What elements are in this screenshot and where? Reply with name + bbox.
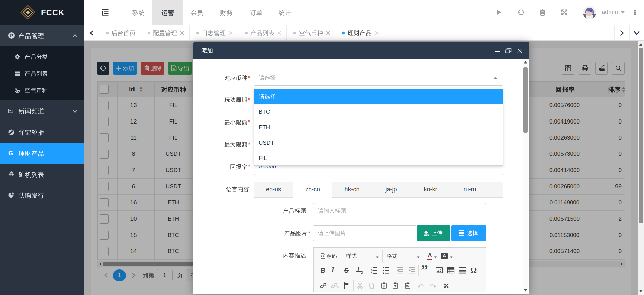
svg-text:1: 1 [371,267,373,269]
svg-text:W: W [406,284,409,288]
svg-text:2: 2 [371,270,373,272]
svg-text:P: P [10,33,13,38]
svg-text:T: T [394,284,396,288]
